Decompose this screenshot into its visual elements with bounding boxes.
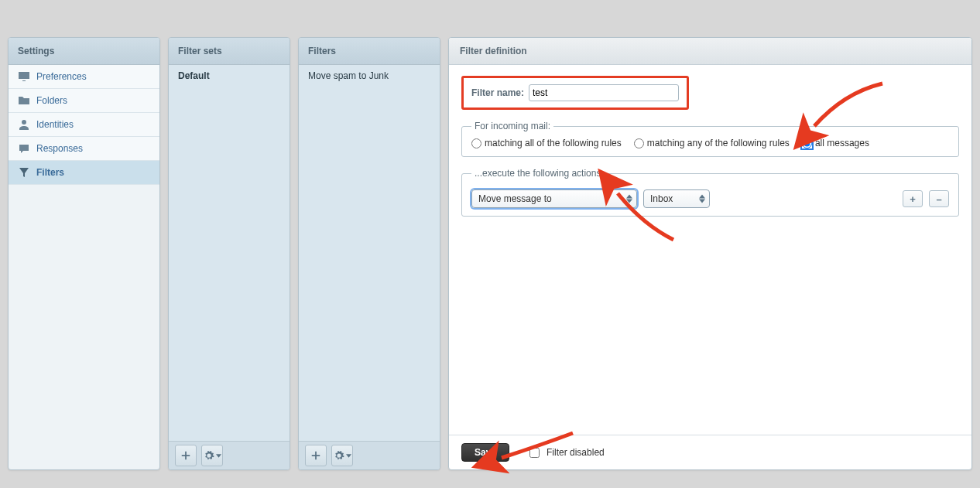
actions-legend: ...execute the following actions: <box>471 168 607 179</box>
settings-item-label: Preferences <box>36 71 87 82</box>
action-target-select[interactable]: Inbox <box>643 189 710 208</box>
plus-icon <box>310 450 321 461</box>
scope-option-all_msgs[interactable]: all messages <box>802 138 869 148</box>
filter-name-group: Filter name: <box>461 76 689 110</box>
gear-icon <box>334 450 344 461</box>
filter-icon <box>18 166 30 179</box>
add-action-button[interactable]: + <box>903 190 923 207</box>
folder-icon <box>18 94 30 107</box>
scope-radio[interactable] <box>471 138 481 148</box>
filter-disabled-checkbox[interactable] <box>529 448 540 458</box>
remove-action-button[interactable]: – <box>929 190 949 207</box>
actions-fieldset: ...execute the following actions: Move m… <box>461 168 959 217</box>
filter-name-label: Filter name: <box>471 87 524 98</box>
filter-disabled-label: Filter disabled <box>547 447 605 458</box>
monitor-icon <box>18 70 30 83</box>
action-type-select[interactable]: Move message to <box>471 189 637 208</box>
settings-header: Settings <box>9 38 159 65</box>
filters-panel: Filters Move spam to Junk <box>298 37 440 470</box>
add-filter-set-button[interactable] <box>175 445 197 466</box>
filter-options-button[interactable] <box>331 445 353 466</box>
scope-fieldset: For incoming mail: matching all of the f… <box>461 121 959 157</box>
settings-item-folders[interactable]: Folders <box>9 89 159 113</box>
settings-panel: Settings PreferencesFoldersIdentitiesRes… <box>8 37 160 470</box>
user-icon <box>18 118 30 131</box>
scope-option-label: matching any of the following rules <box>647 138 790 148</box>
scope-radio[interactable] <box>802 138 812 148</box>
settings-item-filters[interactable]: Filters <box>9 161 159 185</box>
settings-item-label: Responses <box>36 143 83 154</box>
scope-option-any_rules[interactable]: matching any of the following rules <box>634 138 790 148</box>
filter-name-input[interactable] <box>529 84 679 101</box>
scope-option-label: matching all of the following rules <box>485 138 622 148</box>
scope-legend: For incoming mail: <box>471 121 553 131</box>
save-button[interactable]: Save <box>461 443 509 462</box>
select-arrows-icon <box>625 193 633 205</box>
action-target-value: Inbox <box>650 193 673 204</box>
filters-header: Filters <box>299 38 440 65</box>
settings-item-identities[interactable]: Identities <box>9 113 159 137</box>
plus-icon <box>180 450 191 461</box>
reply-icon <box>18 142 30 155</box>
filter-item[interactable]: Move spam to Junk <box>299 65 440 87</box>
scope-radio[interactable] <box>634 138 644 148</box>
settings-item-label: Filters <box>36 167 64 178</box>
settings-item-responses[interactable]: Responses <box>9 137 159 161</box>
chevron-down-icon <box>216 454 221 458</box>
select-arrows-icon <box>698 193 706 205</box>
scope-option-label: all messages <box>815 138 869 148</box>
settings-item-label: Identities <box>36 119 74 130</box>
action-type-value: Move message to <box>478 193 552 204</box>
filter-sets-header: Filter sets <box>169 38 290 65</box>
scope-option-all_rules[interactable]: matching all of the following rules <box>471 138 622 148</box>
filter-set-item[interactable]: Default <box>169 65 290 87</box>
chevron-down-icon <box>346 454 351 458</box>
settings-item-label: Folders <box>36 95 67 106</box>
filter-sets-panel: Filter sets Default <box>168 37 290 470</box>
filter-definition-panel: Filter definition Filter name: For incom… <box>448 37 972 470</box>
add-filter-button[interactable] <box>305 445 327 466</box>
filter-disabled-group[interactable]: Filter disabled <box>526 445 605 460</box>
filter-definition-header: Filter definition <box>449 38 971 65</box>
gear-icon <box>204 450 214 461</box>
filter-set-options-button[interactable] <box>201 445 223 466</box>
settings-item-preferences[interactable]: Preferences <box>9 65 159 89</box>
